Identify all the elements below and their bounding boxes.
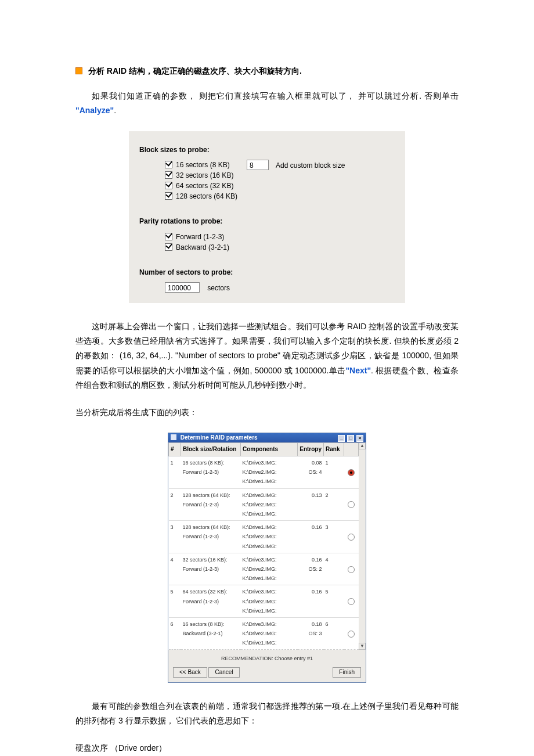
row-entropy: 0.16 — [298, 585, 324, 618]
row-select-radio[interactable] — [348, 534, 355, 541]
col-components[interactable]: Components — [241, 443, 298, 456]
row-block-rotation: 128 sectors (64 KB):Forward (1-2-3) — [181, 488, 241, 521]
scrollbar[interactable]: ▲ ▼ — [359, 442, 366, 650]
row-rank: 6 — [324, 617, 344, 650]
minimize-icon[interactable]: _ — [338, 435, 345, 442]
row-number: 6 — [169, 617, 181, 650]
table-row[interactable]: 3128 sectors (64 KB):Forward (1-2-3)K:\D… — [169, 521, 359, 553]
block-size-options: 16 sectors (8 KB) 32 sectors (16 KB) 64 … — [165, 160, 237, 201]
row-select-cell[interactable] — [344, 456, 359, 489]
row-rank: 3 — [324, 521, 344, 553]
row-components: K:\Drive3.IMG:K:\Drive2.IMG:K:\Drive1.IM… — [241, 617, 298, 650]
col-number[interactable]: # — [169, 443, 181, 456]
section-heading: 分析 RAID 结构，确定正确的磁盘次序、块大小和旋转方向. — [75, 64, 459, 78]
custom-block-size-input[interactable]: 8 — [247, 160, 269, 170]
row-entropy: 0.13 — [298, 488, 324, 521]
row-rank: 4 — [324, 553, 344, 585]
bullet-icon — [75, 67, 82, 74]
block-size-option[interactable]: 32 sectors (16 KB) — [165, 170, 237, 181]
row-select-radio[interactable] — [348, 631, 355, 638]
heading-text: 分析 RAID 结构，确定正确的磁盘次序、块大小和旋转方向. — [88, 66, 302, 75]
paragraph-list-intro: 当分析完成后将生成下面的列表： — [75, 405, 459, 420]
block-size-option[interactable]: 128 sectors (64 KB) — [165, 191, 237, 201]
row-entropy: 0.18OS: 3 — [298, 617, 324, 650]
window-titlebar: Determine RAID parameters _ □ × — [168, 433, 366, 442]
sectors-suffix: sectors — [207, 284, 230, 292]
app-icon — [171, 434, 176, 440]
row-block-rotation: 64 sectors (32 KB):Forward (1-2-3) — [181, 585, 241, 618]
back-button[interactable]: << Back — [173, 667, 207, 678]
col-block[interactable]: Block size/Rotation — [181, 443, 241, 456]
paragraph-probe-explain: 这时屏幕上会弹出一个窗口，让我们选择一些测试组合。我们可以参考 RAID 控制器… — [75, 319, 459, 393]
paragraph-analyze-intro: 如果我们知道正确的参数， 则把它们直接填写在输入框里就可以了， 并可以跳过分析.… — [75, 89, 459, 118]
table-row[interactable]: 564 sectors (32 KB):Forward (1-2-3)K:\Dr… — [169, 585, 359, 618]
checkbox-icon[interactable] — [165, 182, 172, 189]
row-select-cell[interactable] — [344, 553, 359, 585]
col-rank[interactable]: Rank — [324, 443, 344, 456]
block-sizes-title: Block sizes to probe: — [139, 144, 395, 157]
probe-options-panel: Block sizes to probe: 16 sectors (8 KB) … — [129, 131, 405, 303]
row-select-radio[interactable] — [348, 598, 355, 605]
col-select — [344, 443, 359, 456]
table-row[interactable]: 2128 sectors (64 KB):Forward (1-2-3)K:\D… — [169, 488, 359, 521]
table-row[interactable]: 616 sectors (8 KB):Backward (3-2-1)K:\Dr… — [169, 617, 359, 650]
paragraph-drive-order: 硬盘次序 （Drive order） — [75, 741, 459, 755]
col-entropy[interactable]: Entropy — [298, 443, 324, 456]
row-number: 5 — [169, 585, 181, 618]
row-block-rotation: 128 sectors (64 KB):Forward (1-2-3) — [181, 521, 241, 553]
checkbox-icon[interactable] — [165, 192, 172, 200]
scroll-down-icon[interactable]: ▼ — [359, 643, 366, 650]
analyze-link[interactable]: "Analyze" — [75, 106, 114, 115]
parity-rotation-option[interactable]: Backward (3-2-1) — [165, 242, 395, 253]
row-components: K:\Drive3.IMG:K:\Drive2.IMG:K:\Drive1.IM… — [241, 456, 298, 489]
results-table: # Block size/Rotation Components Entropy… — [168, 442, 359, 650]
row-components: K:\Drive3.IMG:K:\Drive2.IMG:K:\Drive1.IM… — [241, 585, 298, 618]
scroll-up-icon[interactable]: ▲ — [359, 442, 366, 449]
row-block-rotation: 16 sectors (8 KB):Backward (3-2-1) — [181, 617, 241, 650]
table-row[interactable]: 116 sectors (8 KB):Forward (1-2-3)K:\Dri… — [169, 456, 359, 489]
row-rank: 5 — [324, 585, 344, 618]
row-select-cell[interactable] — [344, 521, 359, 553]
sectors-input[interactable]: 100000 — [165, 282, 200, 293]
parity-rotations-title: Parity rotations to probe: — [139, 215, 395, 228]
parity-rotation-option[interactable]: Forward (1-2-3) — [165, 232, 395, 242]
row-select-cell[interactable] — [344, 617, 359, 650]
table-row[interactable]: 432 sectors (16 KB):Forward (1-2-3)K:\Dr… — [169, 553, 359, 585]
finish-button[interactable]: Finish — [333, 667, 361, 678]
checkbox-icon[interactable] — [165, 243, 172, 251]
row-rank: 1 — [324, 456, 344, 489]
recommendation-text: RECOMMENDATION: Choose entry #1 — [173, 652, 361, 667]
row-entropy: 0.16 — [298, 521, 324, 553]
row-rank: 2 — [324, 488, 344, 521]
row-number: 2 — [169, 488, 181, 521]
next-link[interactable]: "Next" — [345, 366, 371, 375]
window-title: Determine RAID parameters — [181, 434, 258, 441]
custom-block-size-label: Add custom block size — [276, 160, 345, 172]
paragraph-results-explain: 最有可能的参数组合列在该表的前端，通常我们都选择推荐的第一项.在上述例子里我们看… — [75, 699, 459, 728]
checkbox-icon[interactable] — [165, 171, 172, 179]
row-select-cell[interactable] — [344, 585, 359, 618]
row-number: 3 — [169, 521, 181, 553]
row-select-radio[interactable] — [348, 469, 355, 476]
maximize-icon[interactable]: □ — [347, 435, 354, 442]
row-number: 1 — [169, 456, 181, 489]
checkbox-icon[interactable] — [165, 161, 172, 168]
row-block-rotation: 32 sectors (16 KB):Forward (1-2-3) — [181, 553, 241, 585]
row-entropy: 0.08OS: 4 — [298, 456, 324, 489]
number-sectors-title: Number of sectors to probe: — [139, 267, 395, 279]
checkbox-icon[interactable] — [165, 233, 172, 240]
row-components: K:\Drive1.IMG:K:\Drive2.IMG:K:\Drive3.IM… — [241, 521, 298, 553]
block-size-option[interactable]: 64 sectors (32 KB) — [165, 181, 237, 191]
row-select-radio[interactable] — [348, 566, 355, 573]
row-entropy: 0.16OS: 2 — [298, 553, 324, 585]
row-block-rotation: 16 sectors (8 KB):Forward (1-2-3) — [181, 456, 241, 489]
close-icon[interactable]: × — [356, 435, 363, 442]
block-size-option[interactable]: 16 sectors (8 KB) — [165, 160, 237, 170]
row-components: K:\Drive3.IMG:K:\Drive2.IMG:K:\Drive1.IM… — [241, 488, 298, 521]
cancel-button[interactable]: Cancel — [208, 667, 239, 678]
row-number: 4 — [169, 553, 181, 585]
row-components: K:\Drive3.IMG:K:\Drive2.IMG:K:\Drive1.IM… — [241, 553, 298, 585]
row-select-radio[interactable] — [348, 501, 355, 508]
raid-results-window: Determine RAID parameters _ □ × # Block … — [168, 433, 366, 683]
row-select-cell[interactable] — [344, 488, 359, 521]
